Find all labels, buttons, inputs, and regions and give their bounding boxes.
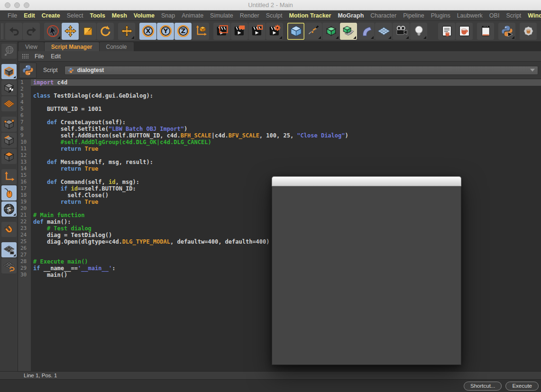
code-line[interactable]: 6 bbox=[18, 112, 541, 119]
rotate-tool-icon[interactable] bbox=[97, 23, 114, 40]
menu-simulate[interactable]: Simulate bbox=[207, 12, 237, 19]
render-region-icon[interactable] bbox=[231, 23, 248, 40]
menu-plugins[interactable]: Plugins bbox=[428, 12, 454, 19]
cursor-select-icon[interactable] bbox=[44, 23, 61, 40]
zoom-window-icon[interactable] bbox=[24, 2, 29, 8]
menu-sculpt[interactable]: Sculpt bbox=[263, 12, 286, 19]
render-ipr-icon[interactable] bbox=[248, 23, 266, 40]
script-dropdown[interactable]: dialogtest bbox=[64, 66, 538, 75]
snap-s-icon[interactable]: S bbox=[1, 201, 17, 217]
code-line[interactable]: 3class TestDialog(c4d.gui.GeDialog): bbox=[18, 92, 541, 99]
code-line[interactable]: 7 def CreateLayout(self): bbox=[18, 119, 541, 126]
code-line[interactable]: 2 bbox=[18, 86, 541, 92]
plugin-gear-icon[interactable] bbox=[520, 23, 537, 40]
x-axis-icon[interactable]: X bbox=[139, 23, 156, 40]
scale-tool-icon[interactable] bbox=[79, 23, 96, 40]
panel-grip-icon[interactable] bbox=[22, 54, 29, 59]
code-line[interactable]: 13 def Message(self, msg, result): bbox=[18, 159, 541, 165]
polygons-cube-icon[interactable] bbox=[1, 149, 17, 164]
code-line[interactable]: 5 BUTTON_ID = 1001 bbox=[18, 106, 541, 112]
workplane-grid-icon[interactable] bbox=[1, 96, 17, 111]
edges-cube-icon[interactable] bbox=[1, 133, 17, 148]
menu-laubwerk[interactable]: Laubwerk bbox=[454, 12, 486, 19]
minimize-window-icon[interactable] bbox=[14, 2, 20, 8]
spline-pen-icon[interactable] bbox=[305, 23, 322, 40]
bend-deformer-icon[interactable] bbox=[358, 23, 375, 40]
menu-select[interactable]: Select bbox=[64, 12, 87, 19]
render-settings-icon[interactable] bbox=[266, 23, 283, 40]
menu-edit[interactable]: Edit bbox=[20, 12, 38, 19]
menu-file[interactable]: File bbox=[4, 12, 20, 19]
flyout-corner-icon bbox=[13, 213, 16, 216]
code-line[interactable]: 8 self.SetTitle("LBW Batch OBJ Import") bbox=[18, 126, 541, 132]
svg-text:Z: Z bbox=[181, 27, 185, 35]
undo-icon[interactable] bbox=[5, 23, 22, 40]
code-text bbox=[31, 112, 541, 119]
globe-icon[interactable] bbox=[1, 44, 17, 59]
panel-menu-file[interactable]: File bbox=[34, 53, 50, 60]
z-axis-icon[interactable]: Z bbox=[174, 23, 192, 40]
execute-button[interactable]: Execute bbox=[505, 382, 539, 391]
menu-script[interactable]: Script bbox=[503, 12, 524, 19]
menu-motion-tracker[interactable]: Motion Tracker bbox=[285, 12, 334, 19]
menu-window[interactable]: Window bbox=[524, 12, 541, 19]
tab-script-manager[interactable]: Script Manager bbox=[45, 42, 99, 51]
menu-animate[interactable]: Animate bbox=[178, 12, 207, 19]
points-cube-icon[interactable] bbox=[1, 117, 17, 132]
menu-mesh[interactable]: Mesh bbox=[109, 12, 130, 19]
code-line[interactable]: 10 #self.AddDlgGroup(c4d.DLG_OK|c4d.DLG_… bbox=[18, 139, 541, 146]
camera-icon[interactable] bbox=[393, 23, 410, 40]
texture-cube-icon[interactable] bbox=[1, 80, 17, 95]
close-window-icon[interactable] bbox=[5, 2, 10, 8]
menu-pipeline[interactable]: Pipeline bbox=[400, 12, 427, 19]
magnet-icon[interactable] bbox=[1, 222, 17, 237]
menu-character[interactable]: Character bbox=[367, 12, 400, 19]
menu-mograph[interactable]: MoGraph bbox=[334, 12, 367, 19]
svg-text:Y: Y bbox=[163, 27, 168, 35]
render-view-icon[interactable] bbox=[213, 23, 230, 40]
grid-lock-icon[interactable] bbox=[1, 242, 17, 257]
tab-console[interactable]: Console bbox=[100, 42, 134, 51]
coord-system-icon[interactable] bbox=[192, 23, 209, 40]
code-line[interactable]: 14 return True bbox=[18, 165, 541, 172]
code-line[interactable]: 1import c4d bbox=[18, 79, 541, 86]
script-log-icon[interactable] bbox=[438, 23, 455, 40]
menu-obi[interactable]: OBI bbox=[486, 12, 503, 19]
redo-icon[interactable] bbox=[23, 23, 40, 40]
code-line[interactable]: 12 bbox=[18, 152, 541, 159]
move-tool-icon[interactable] bbox=[62, 23, 79, 40]
extrude-generator-icon[interactable] bbox=[340, 23, 357, 40]
y-axis-icon[interactable]: Y bbox=[157, 23, 174, 40]
menu-volume[interactable]: Volume bbox=[130, 12, 158, 19]
menu-tools[interactable]: Tools bbox=[86, 12, 108, 19]
panel-menu-edit[interactable]: Edit bbox=[50, 53, 67, 60]
code-text: #self.AddDlgGroup(c4d.DLG_OK|c4d.DLG_CAN… bbox=[31, 139, 541, 146]
axis-arrows-icon[interactable] bbox=[1, 169, 17, 184]
move-tool-icon[interactable] bbox=[118, 23, 135, 40]
menu-create[interactable]: Create bbox=[38, 12, 64, 19]
code-text: def Message(self, msg, result): bbox=[31, 159, 541, 165]
code-line[interactable]: 4 bbox=[18, 99, 541, 106]
menu-snap[interactable]: Snap bbox=[158, 12, 178, 19]
toolbar-drag-handle[interactable] bbox=[1, 23, 3, 39]
console-cup-icon[interactable] bbox=[456, 23, 473, 40]
flyout-corner-icon bbox=[57, 36, 60, 39]
model-cube-icon[interactable] bbox=[1, 64, 17, 79]
subdivision-cube-icon[interactable] bbox=[322, 23, 339, 40]
grid-rotate-icon[interactable] bbox=[1, 258, 17, 273]
light-bulb-icon[interactable] bbox=[410, 23, 427, 40]
floor-grid-icon[interactable] bbox=[375, 23, 392, 40]
commander-notepad-icon[interactable] bbox=[477, 23, 494, 40]
line-number: 15 bbox=[18, 172, 31, 179]
modal-dialog-titlebar[interactable] bbox=[272, 176, 461, 186]
mouse-icon[interactable] bbox=[1, 185, 17, 201]
python-icon bbox=[68, 67, 77, 73]
tab-view[interactable]: View bbox=[18, 42, 44, 51]
flyout-corner-icon bbox=[318, 36, 321, 39]
shortcut-button[interactable]: Shortcut... bbox=[464, 382, 502, 391]
python-run-icon[interactable] bbox=[498, 23, 515, 40]
code-line[interactable]: 9 self.AddButton(self.BUTTON_ID, c4d.BFH… bbox=[18, 132, 541, 139]
code-line[interactable]: 11 return True bbox=[18, 146, 541, 152]
cube-object-icon[interactable] bbox=[287, 23, 304, 40]
menu-render[interactable]: Render bbox=[237, 12, 263, 19]
